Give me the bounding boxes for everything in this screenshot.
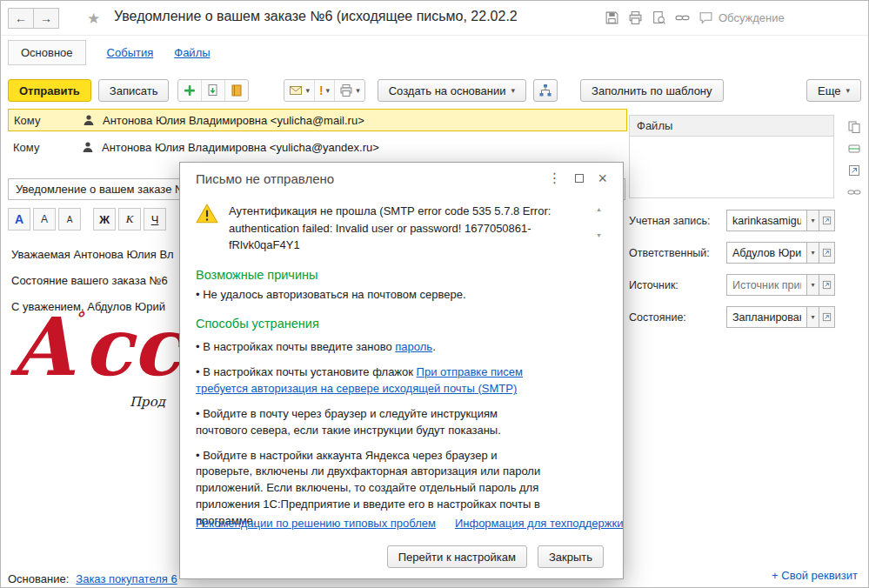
support-info-link[interactable]: Информация для техподдержки bbox=[455, 517, 623, 530]
files-actions bbox=[847, 120, 865, 199]
solution-item: • В настройках почты установите флажок П… bbox=[196, 364, 542, 398]
chevron-down-icon: ▾ bbox=[356, 86, 360, 95]
dialog-maximize-icon[interactable] bbox=[575, 172, 584, 184]
responsible-input[interactable] bbox=[726, 242, 807, 264]
field-row-responsible: Ответственный: ▾ bbox=[629, 242, 835, 264]
recommendations-link[interactable]: Рекомендации по решению типовых проблем bbox=[196, 517, 436, 530]
discussion-control[interactable]: Обсуждение bbox=[699, 10, 785, 25]
send-button[interactable]: Отправить bbox=[8, 79, 91, 102]
print-dropdown[interactable]: ▾ bbox=[335, 80, 364, 101]
page-title: Уведомление о вашем заказе №6 (исходящее… bbox=[114, 9, 518, 24]
responsible-open-button[interactable] bbox=[819, 242, 835, 264]
add-file-icon[interactable] bbox=[847, 120, 865, 134]
responsible-label: Ответственный: bbox=[629, 247, 726, 259]
state-input[interactable] bbox=[726, 306, 807, 328]
chevron-down-icon: ▾ bbox=[326, 86, 331, 95]
cause-item: • Не удалось авторизоваться на почтовом … bbox=[196, 287, 542, 304]
source-label: Источник: bbox=[629, 279, 726, 291]
more-button[interactable]: Еще ▾ bbox=[806, 79, 861, 102]
print-icon[interactable] bbox=[628, 10, 643, 25]
recipient-address[interactable]: Антонова Юлия Владимировна <yulicha@mail… bbox=[103, 114, 364, 127]
importance-dropdown[interactable]: ! ▾ bbox=[315, 80, 335, 101]
favorite-star-icon[interactable]: ★ bbox=[87, 10, 100, 28]
field-row-state: Состояние: ▾ bbox=[629, 306, 835, 328]
chevron-down-icon: ▾ bbox=[846, 86, 850, 95]
solutions-heading: Способы устранения bbox=[196, 317, 607, 331]
save-icon[interactable] bbox=[605, 10, 619, 25]
state-dropdown-button[interactable]: ▾ bbox=[806, 306, 819, 328]
font-increase-button[interactable]: A bbox=[33, 208, 56, 231]
body-line: Уважаемая Антонова Юлия Вл bbox=[11, 248, 174, 261]
files-list[interactable] bbox=[629, 137, 834, 198]
password-link[interactable]: пароль bbox=[395, 340, 432, 353]
custom-attribute-link[interactable]: + Свой реквизит bbox=[772, 569, 858, 582]
field-row-account: Учетная запись: ▾ bbox=[629, 210, 835, 231]
recipient-row[interactable]: Кому Антонова Юлия Владимировна <yulicha… bbox=[8, 136, 627, 158]
dialog-links: Рекомендации по решению типовых проблем … bbox=[196, 517, 623, 530]
field-row-source: Источник: ▾ bbox=[629, 274, 835, 296]
tab-events[interactable]: События bbox=[107, 46, 154, 59]
discussion-icon bbox=[699, 10, 713, 25]
error-dialog: Письмо не отправлено ⋮ × Аутентификация … bbox=[179, 162, 624, 579]
bold-button[interactable]: Ж bbox=[93, 208, 116, 231]
related-documents-button[interactable] bbox=[533, 79, 558, 102]
error-message: Аутентификация не прошла (SMTP error cod… bbox=[229, 203, 573, 254]
scroll-up-icon[interactable]: ▲ bbox=[596, 206, 602, 212]
source-open-button[interactable] bbox=[819, 274, 835, 296]
basis-link[interactable]: Заказ покупателя 6 bbox=[76, 572, 177, 585]
account-dropdown-button[interactable]: ▾ bbox=[806, 210, 819, 231]
italic-button[interactable]: К bbox=[118, 208, 141, 231]
more-label: Еще bbox=[818, 84, 840, 97]
recipient-row[interactable]: Кому Антонова Юлия Владимировна <yulicha… bbox=[8, 109, 627, 131]
create-on-basis-label: Создать на основании bbox=[389, 84, 506, 97]
source-dropdown-button[interactable]: ▾ bbox=[806, 274, 819, 296]
account-input[interactable] bbox=[726, 210, 807, 231]
close-button[interactable]: Закрыть bbox=[538, 545, 604, 568]
discussion-label: Обсуждение bbox=[719, 11, 785, 24]
basis-label: Основание: bbox=[8, 572, 69, 585]
responsible-dropdown-button[interactable]: ▾ bbox=[806, 242, 819, 264]
journal-icon[interactable] bbox=[225, 80, 248, 101]
font-color-button[interactable]: A bbox=[8, 208, 30, 231]
dialog-buttons: Перейти к настройкам Закрыть bbox=[387, 545, 604, 568]
account-open-button[interactable] bbox=[819, 210, 835, 231]
files-panel: Файлы bbox=[629, 115, 834, 198]
tabbar: Основное События Файлы bbox=[1, 37, 868, 69]
underline-button[interactable]: Ч bbox=[144, 208, 166, 231]
causes-heading: Возможные причины bbox=[196, 268, 607, 282]
dialog-close-icon[interactable]: × bbox=[598, 170, 607, 186]
warning-icon bbox=[196, 203, 218, 254]
mail-options-group: ▾ ! ▾ ▾ bbox=[284, 79, 364, 102]
font-decrease-button[interactable]: A bbox=[58, 208, 81, 231]
get-link-icon[interactable] bbox=[675, 10, 690, 25]
nav-back-button[interactable]: ← bbox=[8, 8, 34, 29]
create-on-basis-button[interactable]: Создать на основании ▾ bbox=[378, 79, 526, 102]
solution-text: . bbox=[432, 340, 436, 353]
nav-forward-button[interactable]: → bbox=[33, 8, 59, 29]
tab-main[interactable]: Основное bbox=[8, 40, 86, 65]
files-panel-header: Файлы bbox=[629, 115, 834, 137]
open-file-icon[interactable] bbox=[847, 164, 865, 177]
importance-icon: ! bbox=[319, 84, 324, 97]
add-attachment-icon[interactable] bbox=[178, 80, 202, 101]
go-to-settings-button[interactable]: Перейти к настройкам bbox=[387, 545, 527, 568]
attachment-group bbox=[177, 79, 249, 102]
load-file-icon[interactable] bbox=[202, 80, 225, 101]
scroll-down-icon[interactable]: ▼ bbox=[596, 232, 602, 238]
dialog-more-icon[interactable]: ⋮ bbox=[547, 171, 561, 185]
state-open-button[interactable] bbox=[819, 306, 835, 328]
recipient-address[interactable]: Антонова Юлия Владимировна <yulicha@yand… bbox=[102, 141, 379, 154]
source-input[interactable] bbox=[726, 274, 807, 296]
tab-files[interactable]: Файлы bbox=[174, 46, 210, 59]
chevron-down-icon: ▾ bbox=[305, 86, 310, 95]
person-icon bbox=[82, 113, 96, 127]
mail-format-dropdown[interactable]: ▾ bbox=[284, 80, 315, 101]
preview-icon[interactable] bbox=[652, 10, 666, 25]
save-button[interactable]: Записать bbox=[98, 79, 170, 102]
file-link-icon[interactable] bbox=[847, 185, 865, 199]
fill-by-template-button[interactable]: Заполнить по шаблону bbox=[580, 79, 723, 102]
scan-file-icon[interactable] bbox=[847, 142, 865, 156]
to-label: Кому bbox=[14, 114, 75, 127]
app-window: ← → ★ Уведомление о вашем заказе №6 (исх… bbox=[0, 0, 869, 588]
chevron-down-icon: ▾ bbox=[511, 86, 516, 95]
